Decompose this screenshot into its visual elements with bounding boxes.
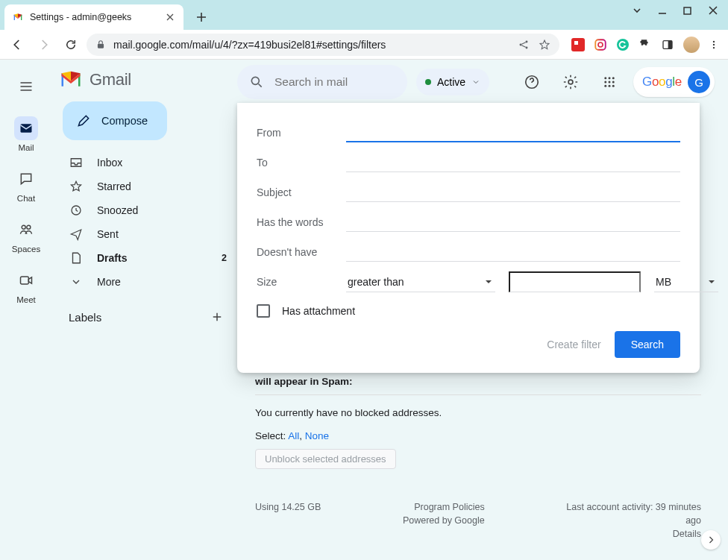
svg-point-12 — [713, 40, 715, 42]
search-bar[interactable] — [237, 65, 407, 99]
nav-sent[interactable]: Sent — [52, 222, 237, 246]
app-rail: Mail Chat Spaces Meet — [0, 60, 52, 560]
svg-point-23 — [604, 77, 606, 79]
rail-label: Mail — [18, 143, 34, 152]
nav-drafts[interactable]: Drafts 2 — [52, 246, 237, 270]
caret-down-icon — [485, 278, 492, 286]
side-panel-toggle[interactable] — [701, 530, 721, 550]
storage-text: Using 14.25 GB — [255, 502, 321, 512]
search-button[interactable]: Search — [615, 331, 680, 358]
svg-point-26 — [604, 81, 606, 84]
chevron-down-icon — [471, 78, 480, 86]
extension-puzzle-icon[interactable] — [638, 38, 652, 51]
size-value-input[interactable] — [509, 271, 641, 292]
rail-item-chat[interactable]: Chat — [14, 167, 38, 203]
select-none-link[interactable]: None — [305, 430, 329, 441]
clock-icon — [69, 203, 84, 218]
doesnt-have-label: Doesn't have — [257, 246, 333, 258]
unblock-button[interactable]: Unblock selected addresses — [255, 449, 396, 469]
minimize-icon[interactable] — [658, 6, 673, 15]
kebab-menu-icon[interactable] — [709, 38, 719, 51]
select-all-link[interactable]: All — [288, 430, 299, 441]
help-icon — [524, 74, 540, 90]
svg-point-9 — [617, 39, 629, 51]
help-button[interactable] — [517, 67, 547, 97]
hamburger-icon[interactable] — [11, 72, 41, 101]
account-chip[interactable]: Google G — [633, 67, 715, 97]
compose-button[interactable]: Compose — [63, 101, 167, 140]
subject-label: Subject — [257, 186, 333, 198]
to-label: To — [257, 157, 333, 169]
has-words-input[interactable] — [346, 213, 680, 232]
window-controls — [633, 6, 724, 15]
gmail-logo[interactable]: Gmail — [52, 66, 237, 101]
svg-point-8 — [598, 43, 603, 47]
create-filter-button[interactable]: Create filter — [547, 339, 600, 350]
star-icon[interactable] — [539, 39, 550, 51]
details-link[interactable]: Details — [566, 529, 701, 539]
svg-rect-0 — [684, 7, 691, 14]
status-chip[interactable]: Active — [416, 69, 489, 95]
rail-item-mail[interactable]: Mail — [14, 116, 38, 152]
add-label-button[interactable] — [210, 310, 224, 324]
profile-avatar-icon[interactable] — [683, 37, 700, 53]
browser-tab[interactable]: Settings - admin@geeks — [4, 4, 183, 30]
maximize-icon[interactable] — [683, 7, 698, 15]
from-input[interactable] — [346, 123, 680, 142]
policies-link[interactable]: Program Policies — [403, 502, 485, 512]
drafts-icon — [69, 251, 84, 265]
chevron-down-icon — [69, 274, 84, 289]
svg-point-17 — [27, 225, 31, 229]
forward-button[interactable] — [33, 34, 55, 56]
spam-line: will appear in Spam: — [255, 376, 701, 387]
chevron-down-icon[interactable] — [633, 6, 647, 15]
apps-button[interactable] — [594, 67, 624, 97]
pencil-icon — [76, 113, 91, 128]
browser-tabstrip: Settings - admin@geeks — [0, 0, 728, 30]
caret-down-icon — [708, 278, 715, 286]
svg-point-22 — [568, 80, 573, 84]
svg-point-29 — [604, 85, 606, 87]
share-icon[interactable] — [518, 39, 530, 51]
search-input[interactable] — [273, 75, 395, 89]
has-words-label: Has the words — [257, 216, 333, 228]
activity-text-2: ago — [566, 515, 701, 526]
window-close-icon[interactable] — [709, 6, 724, 15]
extension-grammarly-icon[interactable] — [616, 38, 630, 51]
settings-body: will appear in Spam: You currently have … — [255, 376, 701, 539]
rail-item-meet[interactable]: Meet — [14, 268, 38, 304]
extensions-row — [564, 37, 722, 53]
rail-item-spaces[interactable]: Spaces — [12, 218, 40, 254]
reload-button[interactable] — [60, 34, 82, 56]
chat-icon — [14, 167, 38, 191]
has-attachment-checkbox[interactable] — [257, 304, 270, 318]
meet-icon — [14, 268, 38, 292]
search-filter-panel: From To Subject Has the words Doesn't ha… — [237, 103, 700, 373]
rail-label: Spaces — [12, 245, 40, 254]
extension-instagram-icon[interactable] — [594, 38, 607, 51]
nav-starred[interactable]: Starred — [52, 174, 237, 198]
labels-header: Labels — [52, 294, 237, 324]
extension-sidepanel-icon[interactable] — [661, 38, 674, 51]
settings-button[interactable] — [556, 67, 586, 97]
doesnt-have-input[interactable] — [346, 242, 680, 262]
brand-text: Gmail — [90, 70, 131, 89]
size-operator-select[interactable]: greater than — [346, 271, 495, 292]
new-tab-button[interactable] — [191, 7, 212, 28]
rail-label: Chat — [17, 194, 35, 203]
to-input[interactable] — [346, 153, 680, 172]
back-button[interactable] — [6, 34, 28, 56]
subject-input[interactable] — [346, 183, 680, 202]
close-icon[interactable] — [164, 11, 176, 23]
size-unit-select[interactable]: MB — [654, 271, 718, 292]
address-bar[interactable]: mail.google.com/mail/u/4/?zx=419busi2el8… — [87, 34, 559, 56]
svg-point-3 — [526, 40, 528, 43]
nav-inbox[interactable]: Inbox — [52, 151, 237, 174]
extension-flipboard-icon[interactable] — [571, 38, 585, 51]
svg-rect-1 — [98, 43, 104, 48]
nav-snoozed[interactable]: Snoozed — [52, 198, 237, 222]
svg-point-16 — [22, 225, 25, 229]
sent-icon — [69, 227, 84, 242]
chevron-right-icon — [706, 535, 715, 544]
nav-more[interactable]: More — [52, 270, 237, 294]
